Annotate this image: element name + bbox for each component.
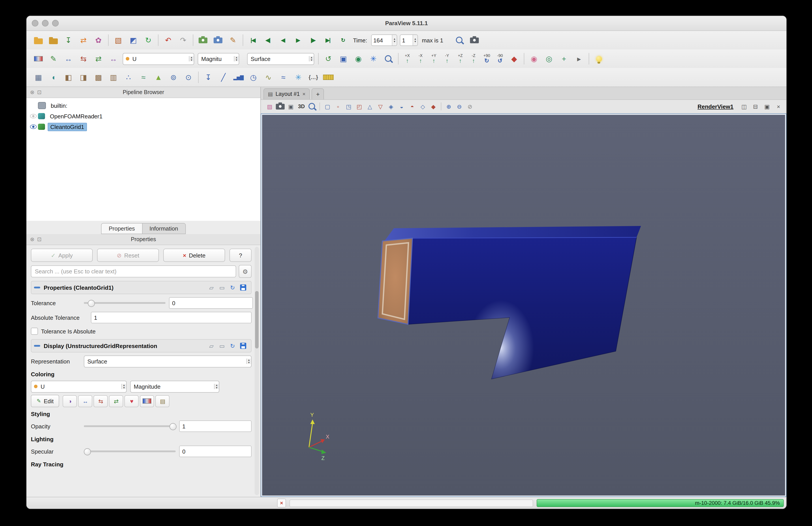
- rescale-to-custom-range-icon[interactable]: ⇆: [76, 51, 91, 66]
- add-layout-tab-button[interactable]: +: [312, 88, 324, 99]
- undo-icon[interactable]: ↶: [161, 33, 176, 48]
- source-cube-icon[interactable]: ▧: [111, 33, 126, 48]
- representation-select[interactable]: Surface ▲▼: [84, 355, 251, 367]
- pipeline-close-icon[interactable]: ⊗: [30, 89, 34, 95]
- copy-properties-icon[interactable]: ▱: [206, 282, 217, 293]
- select-points-polygon-icon[interactable]: ▽: [375, 101, 386, 112]
- display-section-header[interactable]: Display (UnstructuredGridRepresentation …: [31, 339, 251, 353]
- properties-section-header[interactable]: Properties (CleantoGrid1) ▱▭↻: [31, 281, 251, 294]
- threshold-filter-icon[interactable]: ▩: [91, 70, 106, 85]
- delete-button[interactable]: ×Delete: [163, 248, 225, 262]
- temporal-shift-scale-icon[interactable]: ∿: [261, 70, 276, 85]
- zoom-to-data-icon[interactable]: ▣: [336, 51, 351, 66]
- tab-information[interactable]: Information: [142, 223, 186, 234]
- histogram-icon[interactable]: ▂▅▇: [231, 70, 246, 85]
- restore-defaults-properties-icon[interactable]: ↻: [227, 282, 238, 293]
- next-frame-button[interactable]: |▶: [305, 33, 320, 48]
- pipeline-item-openfoamreader1[interactable]: OpenFOAMReader1: [29, 111, 258, 122]
- plot-over-line-icon[interactable]: ╱: [216, 70, 231, 85]
- close-tab-icon[interactable]: ×: [303, 91, 306, 97]
- zoom-to-box-icon[interactable]: [381, 51, 396, 66]
- dataset-cube-icon[interactable]: ◩: [126, 33, 141, 48]
- save-defaults-properties-icon[interactable]: [238, 282, 248, 293]
- search-options-button[interactable]: ⚙: [239, 265, 251, 278]
- tolerance-field[interactable]: [169, 297, 253, 309]
- select-cells-polygon-icon[interactable]: △: [364, 101, 375, 112]
- opacity-slider[interactable]: [84, 423, 176, 430]
- visibility-eye-icon[interactable]: [29, 125, 37, 129]
- visibility-eye-icon[interactable]: [29, 114, 37, 118]
- reset-center-icon[interactable]: +: [556, 51, 571, 66]
- connect-server-icon[interactable]: ⇄: [76, 33, 91, 48]
- interactive-select-points-icon[interactable]: ◓: [407, 101, 418, 112]
- choose-preset-icon[interactable]: ▤: [156, 395, 170, 407]
- zoom-selection-icon[interactable]: [452, 33, 467, 48]
- properties-scrollbar[interactable]: [255, 247, 259, 495]
- rescale-to-data-range-icon[interactable]: ↔: [61, 51, 76, 66]
- collapse-section-icon[interactable]: [34, 345, 40, 347]
- open-file-icon[interactable]: [31, 33, 46, 48]
- camera-orientation-icon[interactable]: ◆: [507, 51, 522, 66]
- redo-icon[interactable]: ↷: [176, 33, 191, 48]
- collapse-section-icon[interactable]: [34, 287, 40, 288]
- plot-over-time-icon[interactable]: ◷: [246, 70, 261, 85]
- mode-3d-button[interactable]: 3D: [296, 101, 307, 112]
- glyph-filter-icon[interactable]: ∴: [121, 70, 136, 85]
- absolute-tolerance-field[interactable]: [91, 312, 251, 323]
- stream-tracer-filter-icon[interactable]: ≈: [136, 70, 151, 85]
- contour-filter-icon[interactable]: ◖: [46, 70, 61, 85]
- properties-close-icon[interactable]: ⊗: [30, 236, 34, 242]
- frame-stepper-icon[interactable]: ▲▼: [412, 35, 418, 45]
- plot-data-over-time-icon[interactable]: ≈: [276, 70, 291, 85]
- previous-frame-button[interactable]: ◀|: [260, 33, 275, 48]
- reset-camera-icon[interactable]: ↺: [321, 51, 336, 66]
- apply-button[interactable]: ✓Apply: [31, 248, 93, 262]
- save-data-icon[interactable]: ↧: [61, 33, 76, 48]
- adjust-camera-icon[interactable]: [275, 101, 286, 112]
- specular-field[interactable]: [179, 446, 251, 457]
- clip-filter-icon[interactable]: ◧: [61, 70, 76, 85]
- tolerance-slider[interactable]: [84, 299, 165, 307]
- palette-brush-icon[interactable]: ✿: [91, 33, 106, 48]
- render-viewport[interactable]: Y X Z: [262, 115, 785, 496]
- select-block-icon[interactable]: ◈: [386, 101, 396, 112]
- extract-block-filter-icon[interactable]: ⊙: [181, 70, 196, 85]
- pick-center-icon[interactable]: ◎: [541, 51, 556, 66]
- play-backward-button[interactable]: ◀: [275, 33, 290, 48]
- hover-points-icon[interactable]: ◆: [428, 101, 439, 112]
- select-points-on-icon[interactable]: ▫: [333, 101, 343, 112]
- zoom-closest-to-data-icon[interactable]: ✳: [366, 51, 381, 66]
- clear-selection-icon[interactable]: ⊘: [465, 101, 475, 112]
- toggle-color-legend-icon[interactable]: [31, 51, 46, 66]
- frame-value-field[interactable]: ▲▼: [400, 34, 418, 46]
- zoom-box-icon[interactable]: [307, 101, 317, 112]
- pipeline-item-cleantogrid1[interactable]: CleantoGrid1: [29, 122, 258, 132]
- restore-defaults-display-icon[interactable]: ↻: [227, 341, 238, 351]
- extract-subset-filter-icon[interactable]: ▥: [106, 70, 121, 85]
- programmable-filter-icon[interactable]: {…}: [306, 70, 321, 85]
- save-defaults-display-icon[interactable]: [238, 341, 248, 351]
- frame-value-input[interactable]: [400, 35, 412, 45]
- show-center-icon[interactable]: ◉: [526, 51, 541, 66]
- view-settings-icon[interactable]: ▨: [264, 101, 275, 112]
- show-color-legend-button[interactable]: [140, 395, 154, 407]
- time-value-input[interactable]: [372, 35, 392, 45]
- camera-undo-icon[interactable]: [195, 33, 211, 48]
- tab-properties[interactable]: Properties: [101, 223, 143, 234]
- tolerance-is-absolute-checkbox[interactable]: [31, 328, 38, 335]
- paste-properties-icon[interactable]: ▭: [217, 282, 227, 293]
- scrollbar-thumb[interactable]: [255, 291, 259, 349]
- view-minus-y-button[interactable]: -Y↑: [440, 51, 454, 66]
- rescale-over-time-icon[interactable]: ⇄: [91, 51, 106, 66]
- select-points-through-icon[interactable]: ◰: [354, 101, 364, 112]
- search-input[interactable]: [31, 266, 236, 278]
- loop-button[interactable]: ↻: [335, 33, 350, 48]
- split-vertical-icon[interactable]: ⊟: [751, 102, 760, 111]
- last-frame-button[interactable]: ▶|: [320, 33, 335, 48]
- warp-by-vector-filter-icon[interactable]: ▲: [151, 70, 166, 85]
- screenshot-icon[interactable]: [467, 33, 482, 48]
- view-minus-z-button[interactable]: -Z↑: [467, 51, 480, 66]
- properties-float-icon[interactable]: ⊡: [37, 236, 42, 242]
- grow-selection-icon[interactable]: ⊕: [444, 101, 454, 112]
- light-kit-icon[interactable]: [591, 51, 606, 66]
